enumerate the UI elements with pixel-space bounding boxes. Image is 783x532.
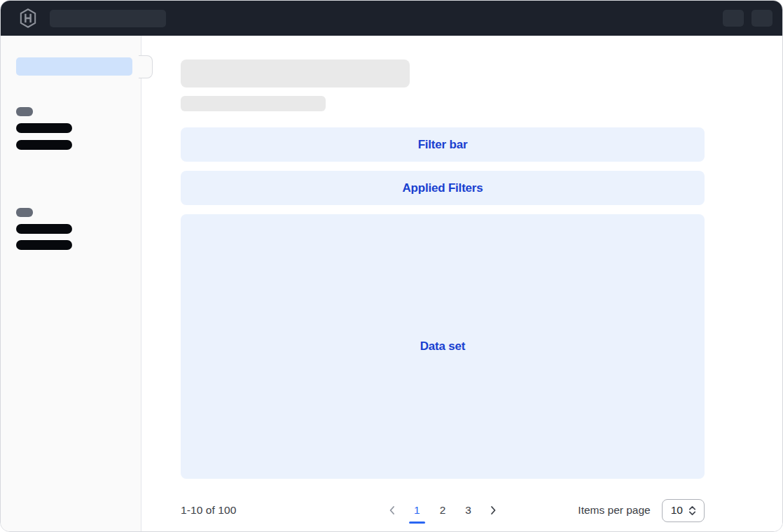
filter-bar-region[interactable]: Filter bar xyxy=(181,127,705,162)
data-set-region[interactable]: Data set xyxy=(181,214,705,479)
page-button-2[interactable]: 2 xyxy=(435,504,451,517)
chevrons-up-down-icon xyxy=(688,505,697,516)
main-content: Filter bar Applied Filters Data set 1-10… xyxy=(141,36,782,531)
sidebar-nav-link-skeleton-1[interactable] xyxy=(16,123,72,133)
page-button-1[interactable]: 1 xyxy=(409,504,425,517)
page-title-skeleton xyxy=(181,59,410,88)
sidebar-collapse-toggle[interactable] xyxy=(139,55,153,78)
applied-filters-region[interactable]: Applied Filters xyxy=(181,171,705,205)
previous-page-button[interactable] xyxy=(385,503,399,517)
applied-filters-label: Applied Filters xyxy=(402,181,483,195)
page-subtitle-skeleton xyxy=(181,96,326,111)
next-page-button[interactable] xyxy=(486,503,500,517)
top-bar xyxy=(1,1,782,36)
pagination-bar: 1-10 of 100 1 2 3 Items per page xyxy=(181,498,705,523)
sidebar-section-title-skeleton-2 xyxy=(16,208,33,217)
chevron-left-icon xyxy=(387,505,398,516)
topbar-actions xyxy=(723,10,772,27)
sidebar-section-title-skeleton-1 xyxy=(16,107,33,116)
sidebar xyxy=(1,36,141,531)
sidebar-selected-item-skeleton[interactable] xyxy=(16,57,132,76)
filter-bar-label: Filter bar xyxy=(418,138,468,152)
chevron-right-icon xyxy=(487,505,499,516)
data-set-label: Data set xyxy=(420,340,466,354)
items-per-page-control: Items per page 10 xyxy=(578,499,705,522)
page-button-3[interactable]: 3 xyxy=(460,504,476,517)
pager: 1 2 3 xyxy=(385,503,500,517)
items-per-page-label: Items per page xyxy=(578,504,650,517)
hashicorp-logo-icon xyxy=(19,8,37,28)
sidebar-nav-link-skeleton-2[interactable] xyxy=(16,140,72,150)
sidebar-nav-link-skeleton-3[interactable] xyxy=(16,224,72,234)
sidebar-nav-link-skeleton-4[interactable] xyxy=(16,240,72,250)
topbar-action-button-1[interactable] xyxy=(723,10,744,27)
pagination-range-text: 1-10 of 100 xyxy=(181,504,237,517)
search-input-skeleton[interactable] xyxy=(50,10,166,27)
app-window: Filter bar Applied Filters Data set 1-10… xyxy=(0,0,783,532)
topbar-action-button-2[interactable] xyxy=(751,10,772,27)
items-per-page-value: 10 xyxy=(671,504,683,517)
items-per-page-select[interactable]: 10 xyxy=(662,499,705,522)
